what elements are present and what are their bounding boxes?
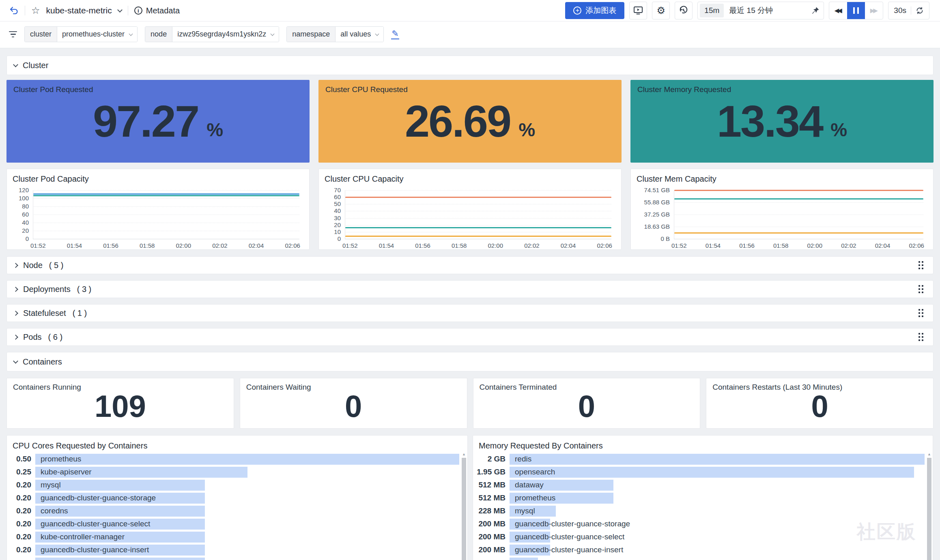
pin-icon[interactable]	[811, 6, 820, 15]
bar-row[interactable]: 0.20coredns	[7, 504, 467, 517]
stat-card-value: 97.27	[93, 99, 198, 144]
panel-scrollbar[interactable]: ▲	[461, 452, 467, 560]
bar-row[interactable]: 200 MBguancedb-cluster-guance-insert	[473, 543, 933, 556]
bar-label: coredns	[515, 558, 542, 560]
metadata-link[interactable]: i Metadata	[134, 6, 180, 15]
chevron-right-icon	[13, 311, 18, 316]
bar-track: coredns	[35, 506, 459, 517]
stat-card-memory-requested[interactable]: Cluster Memory Requested 13.34 %	[630, 80, 934, 163]
y-axis-tick: 40	[13, 219, 29, 226]
refresh-interval-control[interactable]: 30s	[888, 2, 929, 19]
x-axis-ticks: 01:5201:5401:5601:5802:0002:0202:0402:06	[342, 242, 612, 249]
bar-row[interactable]: 0.20guancedb-cluster-guance-insert	[7, 543, 467, 556]
bar-row[interactable]: 0.20datakit	[7, 556, 467, 560]
bar-label: dataway	[515, 481, 544, 489]
x-axis-tick: 01:56	[415, 242, 430, 249]
section-header-containers[interactable]: Containers	[6, 352, 934, 371]
scroll-up-icon[interactable]: ▲	[927, 452, 932, 457]
scroll-up-icon[interactable]: ▲	[461, 452, 467, 457]
bar-row[interactable]: 0.20mysql	[7, 478, 467, 491]
bar-value: 0.25	[7, 468, 31, 476]
series-line-cpu-requested	[345, 236, 611, 237]
stat-card-value: 26.69	[405, 99, 510, 144]
filter-cluster[interactable]: cluster promethues-cluster	[24, 26, 138, 42]
history-button[interactable]	[675, 2, 693, 19]
filter-namespace-label: namespace	[287, 27, 336, 42]
cluster-capacity-charts: Cluster Pod Capacity 12010080604020001:5…	[6, 169, 934, 250]
bar-row[interactable]: 512 MBdataway	[473, 478, 933, 491]
panel-cpu-requested-by-containers[interactable]: CPU Cores Requested by Containers 0.50pr…	[6, 435, 468, 560]
drag-handle-icon[interactable]	[918, 309, 923, 317]
filter-namespace[interactable]: namespace all values	[286, 26, 384, 42]
drag-handle-icon[interactable]	[918, 261, 923, 269]
scrollbar-thumb[interactable]	[462, 458, 466, 560]
bar-row[interactable]: 140 MBcoredns	[473, 556, 933, 560]
stat-card-pod-requested[interactable]: Cluster Pod Requested 97.27 %	[6, 80, 310, 163]
chevron-down-icon	[129, 32, 133, 36]
bar-row[interactable]: 0.20guancedb-cluster-guance-select	[7, 517, 467, 530]
line-chart: 70605040302010001:5201:5401:5601:5802:00…	[325, 186, 614, 251]
section-header-deployments[interactable]: Deployments ( 3 )	[6, 280, 934, 298]
pause-button[interactable]	[847, 2, 865, 19]
panel-cluster-cpu-capacity[interactable]: Cluster CPU Capacity 70605040302010001:5…	[318, 169, 622, 250]
section-title: Pods	[23, 333, 42, 342]
add-chart-button[interactable]: + 添加图表	[565, 2, 624, 19]
bar-row[interactable]: 2 GBredis	[473, 453, 933, 466]
rewind-button[interactable]: ◀◀	[829, 2, 847, 19]
refresh-icon[interactable]	[916, 6, 924, 15]
section-header-cluster[interactable]: Cluster	[6, 56, 934, 75]
x-axis-tick: 01:52	[671, 242, 687, 249]
y-axis-tick: 100	[13, 195, 29, 202]
bar-row[interactable]: 228 MBmysql	[473, 504, 933, 517]
drag-handle-icon[interactable]	[918, 285, 923, 293]
pause-icon	[853, 7, 855, 14]
filter-node[interactable]: node izwz95segrday4sm1yskn2z	[145, 26, 279, 42]
scrollbar-thumb[interactable]	[927, 458, 931, 560]
bar-row[interactable]: 0.25kube-apiserver	[7, 466, 467, 478]
x-axis-ticks: 01:5201:5401:5601:5802:0002:0202:0402:06	[671, 242, 924, 249]
settings-gear-button[interactable]: ⚙	[652, 2, 670, 19]
panel-cluster-pod-capacity[interactable]: Cluster Pod Capacity 12010080604020001:5…	[6, 169, 310, 250]
title-chevron-down-icon[interactable]	[117, 7, 123, 13]
section-count: ( 6 )	[48, 333, 63, 342]
time-range-picker[interactable]: 15m 最近 15 分钟	[697, 2, 824, 19]
section-title: Deployments	[23, 285, 71, 294]
bar-row[interactable]: 0.20kube-controller-manager	[7, 530, 467, 543]
x-axis-tick: 02:02	[212, 242, 228, 249]
bar-row[interactable]: 512 MBprometheus	[473, 491, 933, 504]
section-header-statefuleset[interactable]: Statefuleset ( 1 )	[6, 304, 934, 322]
filter-icon[interactable]	[9, 31, 17, 38]
stat-value: 0	[240, 384, 467, 428]
stat-containers-restarts[interactable]: Containers Restarts (Last 30 Minutes) 0	[706, 378, 934, 429]
series-line-cpu-capacity	[345, 197, 611, 198]
stat-containers-terminated[interactable]: Containers Terminated 0	[473, 378, 701, 429]
fullscreen-tv-button[interactable]	[629, 2, 647, 19]
back-icon[interactable]	[9, 6, 19, 15]
favorite-star-icon[interactable]: ☆	[31, 6, 40, 15]
stat-card-cpu-requested[interactable]: Cluster CPU Requested 26.69 %	[318, 80, 622, 163]
dashboard-title[interactable]: kube-state-metric	[46, 6, 112, 15]
x-axis-ticks: 01:5201:5401:5601:5802:0002:0202:0402:06	[30, 242, 300, 249]
stat-containers-waiting[interactable]: Containers Waiting 0	[240, 378, 467, 429]
y-axis-tick: 20	[325, 222, 341, 228]
bar-row[interactable]: 1.95 GBopensearch	[473, 466, 933, 478]
chevron-right-icon	[13, 287, 18, 292]
bar-value: 200 MB	[473, 519, 505, 528]
bar-row[interactable]: 0.20guancedb-cluster-guance-storage	[7, 491, 467, 504]
forward-button[interactable]: ▶▶	[865, 2, 883, 19]
bar-row[interactable]: 0.50prometheus	[7, 453, 467, 466]
gear-icon: ⚙	[657, 6, 666, 15]
section-header-node[interactable]: Node ( 5 )	[6, 256, 934, 274]
panel-cluster-mem-capacity[interactable]: Cluster Mem Capacity 74.51 GB55.88 GB37.…	[630, 169, 934, 250]
drag-handle-icon[interactable]	[918, 333, 923, 341]
stat-containers-running[interactable]: Containers Running 109	[6, 378, 234, 429]
edit-filters-icon[interactable]: ✎	[391, 29, 399, 39]
stat-card-unit: %	[206, 119, 223, 141]
x-axis-tick: 02:04	[249, 242, 264, 249]
info-icon: i	[134, 6, 142, 15]
x-axis-tick: 02:06	[285, 242, 300, 249]
section-header-pods[interactable]: Pods ( 6 )	[6, 328, 934, 346]
panel-scrollbar[interactable]: ▲	[927, 452, 932, 560]
bar-value: 512 MB	[473, 481, 505, 489]
bar-value: 200 MB	[473, 532, 505, 541]
